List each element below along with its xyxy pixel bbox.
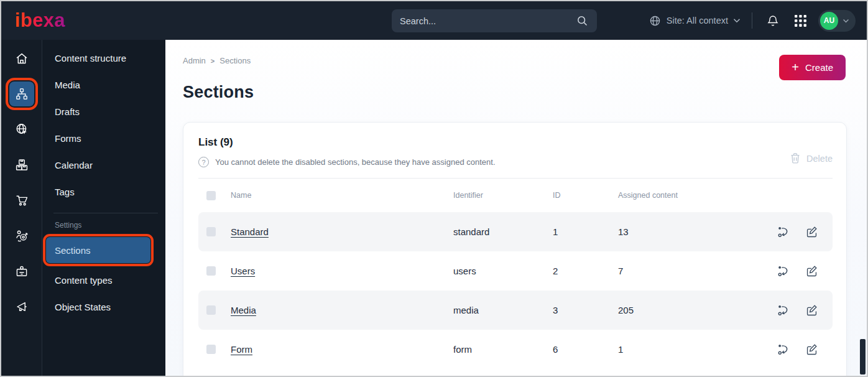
content-structure-icon [14, 86, 29, 101]
menu-item-calendar[interactable]: Calendar [42, 152, 165, 179]
topbar-divider [752, 12, 752, 29]
section-id: 2 [553, 266, 618, 276]
section-assigned-count: 205 [618, 305, 759, 315]
section-name-link[interactable]: Form [231, 344, 453, 355]
admin-badge-icon [14, 264, 29, 279]
table-row: Standard standard 1 13 [198, 212, 833, 251]
menu-item-forms[interactable]: Forms [42, 125, 165, 152]
search-input[interactable] [400, 16, 575, 26]
sections-list-card: List (9) ? You cannot delete the disable… [183, 122, 847, 376]
sidebar-item-marketing[interactable] [9, 294, 34, 319]
breadcrumb: Admin > Sections [183, 56, 867, 65]
row-checkbox[interactable] [206, 305, 216, 315]
assign-content-icon[interactable] [777, 265, 789, 277]
search-icon[interactable] [575, 14, 589, 28]
page-title: Sections [183, 83, 867, 102]
breadcrumb-separator: > [211, 57, 215, 65]
table-row: Media media 3 205 [198, 291, 833, 330]
edit-icon[interactable] [805, 226, 818, 238]
create-button[interactable]: + Create [779, 55, 846, 80]
icon-sidebar [1, 40, 42, 376]
assign-content-icon[interactable] [777, 304, 789, 317]
site-context-label: Site: All context [667, 16, 728, 26]
commerce-cart-icon [14, 193, 29, 208]
user-menu[interactable]: AU [818, 10, 856, 32]
menu-sidebar: Content structure Media Drafts Forms Cal… [42, 40, 165, 376]
global-search[interactable] [392, 9, 597, 32]
row-checkbox[interactable] [206, 266, 216, 276]
menu-section-settings: Settings [42, 213, 165, 232]
globe-icon [649, 14, 662, 27]
edit-icon[interactable] [805, 304, 818, 317]
menu-item-sections[interactable]: Sections [46, 237, 150, 263]
select-all-checkbox[interactable] [206, 191, 216, 200]
section-assigned-count: 7 [618, 266, 759, 276]
delete-button[interactable]: Delete [790, 152, 833, 164]
menu-item-drafts[interactable]: Drafts [42, 98, 165, 125]
card-divider [198, 178, 833, 179]
column-name: Name [231, 191, 453, 200]
sidebar-item-commerce[interactable] [9, 188, 34, 213]
home-icon [14, 51, 29, 66]
edit-icon[interactable] [805, 343, 818, 356]
list-note: ? You cannot delete the disabled section… [198, 157, 833, 167]
trash-icon [790, 152, 801, 164]
chevron-down-icon [733, 18, 741, 23]
assign-content-icon[interactable] [777, 226, 789, 238]
topbar-controls: Site: All context AU [649, 1, 856, 40]
assign-content-icon[interactable] [777, 343, 789, 356]
list-title: List (9) [198, 136, 833, 149]
section-id: 3 [553, 305, 618, 315]
ibexa-logo: ibexa [15, 9, 65, 32]
table-header: Name Identifier ID Assigned content [198, 179, 833, 212]
edit-icon[interactable] [805, 265, 818, 277]
app-grid-icon[interactable] [791, 11, 810, 30]
column-id: ID [553, 191, 618, 200]
marketing-megaphone-icon [14, 299, 29, 314]
row-checkbox[interactable] [206, 345, 216, 354]
section-identifier: standard [453, 226, 553, 237]
sidebar-item-site[interactable] [9, 117, 34, 142]
main-content: Admin > Sections + Create Sections List … [165, 40, 867, 376]
section-assigned-count: 1 [618, 344, 759, 355]
section-id: 1 [553, 226, 618, 237]
table-row: Users users 2 7 [198, 251, 833, 291]
bell-icon[interactable] [764, 11, 782, 30]
section-name-link[interactable]: Media [231, 305, 453, 315]
site-context-selector[interactable]: Site: All context [649, 14, 741, 27]
sidebar-item-content[interactable] [9, 81, 34, 106]
sidebar-item-admin[interactable] [9, 259, 34, 284]
section-identifier: form [453, 344, 553, 355]
column-identifier: Identifier [453, 191, 553, 200]
column-assigned: Assigned content [618, 191, 759, 200]
chevron-down-icon [843, 19, 849, 23]
plus-icon: + [792, 61, 799, 73]
menu-item-object-states[interactable]: Object States [42, 294, 165, 320]
section-assigned-count: 13 [618, 226, 759, 237]
personalization-target-icon [14, 228, 29, 243]
site-globe-icon [14, 122, 29, 137]
menu-item-content-structure[interactable]: Content structure [42, 45, 165, 72]
section-identifier: users [453, 266, 553, 276]
top-bar: ibexa Site: All context [1, 1, 867, 40]
section-identifier: media [453, 305, 553, 315]
help-icon: ? [198, 157, 209, 167]
product-boxes-icon [14, 157, 29, 172]
section-id: 6 [553, 344, 618, 355]
breadcrumb-admin[interactable]: Admin [183, 56, 206, 65]
sidebar-item-products[interactable] [9, 152, 34, 177]
row-checkbox[interactable] [206, 227, 216, 236]
menu-item-content-types[interactable]: Content types [42, 267, 165, 294]
sidebar-item-personalization[interactable] [9, 223, 34, 248]
sidebar-item-dashboard[interactable] [9, 46, 34, 71]
section-name-link[interactable]: Standard [231, 226, 453, 237]
scrollbar-thumb[interactable] [860, 339, 866, 375]
menu-item-media[interactable]: Media [42, 72, 165, 98]
section-name-link[interactable]: Users [231, 266, 453, 276]
table-row: Form form 6 1 [198, 330, 833, 369]
menu-item-tags[interactable]: Tags [42, 179, 165, 205]
avatar: AU [820, 12, 838, 30]
breadcrumb-sections: Sections [219, 56, 251, 65]
